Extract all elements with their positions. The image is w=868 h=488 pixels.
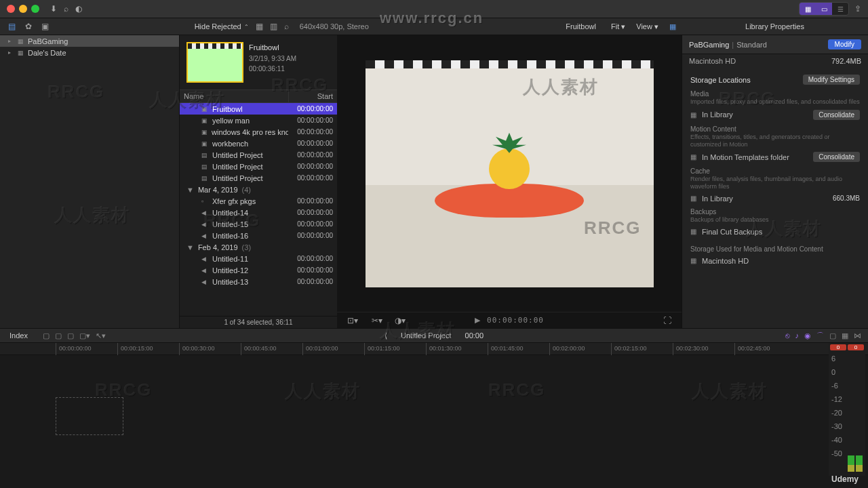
media-location: In Library <box>702 110 733 119</box>
library-icon[interactable]: ▤ <box>8 22 16 31</box>
list-view-icon[interactable]: ▥ <box>270 22 277 31</box>
storage-used-label: Storage Used for Media and Motion Conten… <box>690 245 860 253</box>
motion-label: Motion Content <box>690 125 860 133</box>
disclosure-triangle-icon[interactable]: ▸ <box>8 38 14 44</box>
video-preview <box>366 60 654 287</box>
search-icon[interactable]: ⌕ <box>284 22 289 31</box>
close-window-button[interactable] <box>7 5 15 13</box>
column-start[interactable]: Start <box>288 90 337 102</box>
transitions-browser-icon[interactable]: ⋈ <box>854 331 861 340</box>
arrow-tool-icon[interactable]: ↖▾ <box>96 331 106 340</box>
media-label: Media <box>690 90 860 98</box>
list-item[interactable]: ◀Untitled-1200:00:00:00 <box>180 264 337 276</box>
list-item[interactable]: ▣Fruitbowl00:00:00:00 <box>180 103 337 115</box>
list-item[interactable]: ▤Untitled Project00:00:00:00 <box>180 161 337 172</box>
modify-settings-button[interactable]: Modify Settings <box>803 75 860 85</box>
inspector-tab-icon[interactable]: ▦ <box>664 22 682 31</box>
meter-scale-mark: -12 <box>831 395 845 403</box>
append-icon[interactable]: ▢ <box>67 331 74 340</box>
workspace-segmented[interactable]: ▦ ▭ ☰ <box>799 2 849 16</box>
disclosure-triangle-icon[interactable]: ▸ <box>8 49 14 56</box>
hide-rejected-dropdown[interactable]: Hide Rejected ⌃ <box>195 22 249 30</box>
timeline-ruler[interactable]: 00:00:00:0000:00:15:0000:00:30:0000:00:4… <box>0 343 868 355</box>
crop-icon[interactable]: ✂▾ <box>372 316 382 325</box>
import-icon[interactable]: ⬇ <box>50 4 57 14</box>
index-button[interactable]: Index <box>0 331 37 340</box>
workspace-browser-icon[interactable]: ▦ <box>800 3 816 15</box>
solo-icon[interactable]: ◉ <box>804 331 811 340</box>
library-icon: ▦ <box>18 38 24 45</box>
effects-browser-icon[interactable]: ▦ <box>842 331 848 340</box>
keyword-icon[interactable]: ⌕ <box>64 4 68 14</box>
workspace-inspector-icon[interactable]: ☰ <box>832 3 848 15</box>
viewer-timecode: 00:00:00:00 <box>487 316 544 325</box>
timeline-duration: 00:00 <box>465 331 484 340</box>
motion-desc: Effects, transitions, titles, and genera… <box>690 134 860 148</box>
skimming-icon[interactable]: ⎋ <box>785 331 790 340</box>
clip-title: Fruitbowl <box>249 42 296 54</box>
enhance-icon[interactable]: ◑▾ <box>395 316 406 325</box>
list-item[interactable]: ▤Untitled Project00:00:00:00 <box>180 149 337 161</box>
list-item[interactable]: ◀Untitled-1400:00:00:00 <box>180 207 337 218</box>
sidebar-library-dales-date[interactable]: ▸ ▦ Dale's Date <box>0 47 179 58</box>
zoom-fit-dropdown[interactable]: Fit ▾ <box>606 22 631 31</box>
column-name[interactable]: Name <box>180 90 288 102</box>
play-icon[interactable]: ▶ <box>475 316 480 325</box>
consolidate-button[interactable]: Consolidate <box>813 110 860 120</box>
connect-icon[interactable]: ▢ <box>43 331 50 340</box>
photos-icon[interactable]: ✿ <box>25 22 32 31</box>
list-item[interactable]: ◀Untitled-1500:00:00:00 <box>180 218 337 230</box>
list-item[interactable]: ▣workbench00:00:00:00 <box>180 138 337 149</box>
audio-skimming-icon[interactable]: ♪ <box>795 331 800 340</box>
sidebar-library-pabgaming[interactable]: ▸ ▦ PaBGaming <box>0 35 179 47</box>
share-icon[interactable]: ⇪ <box>854 4 861 14</box>
list-item[interactable]: ▣yellow man00:00:00:00 <box>180 115 337 126</box>
ruler-tick: 00:01:30:00 <box>426 343 462 355</box>
list-item[interactable]: ▫Xfer gfx pkgs00:00:00:00 <box>180 195 337 207</box>
overwrite-icon[interactable]: ▢▾ <box>79 331 90 340</box>
clip-appearance-icon[interactable]: ▦ <box>256 22 263 31</box>
track-area[interactable] <box>0 355 868 450</box>
library-size: 792.4MB <box>831 57 861 65</box>
snapping-icon[interactable]: ⌒ <box>816 331 824 341</box>
browser: Fruitbowl 3/2/19, 9:33 AM 00:00:36:11 Na… <box>180 35 337 328</box>
list-item[interactable]: ◀Untitled-1300:00:00:00 <box>180 276 337 287</box>
cache-size: 660.3MB <box>833 195 860 202</box>
maximize-window-button[interactable] <box>31 5 39 13</box>
ruler-tick: 00:00:00:00 <box>56 343 92 355</box>
library-standard: Standard <box>736 41 767 49</box>
transform-icon[interactable]: ⊡▾ <box>347 316 358 325</box>
timeline-view-icon[interactable]: ▢ <box>829 331 836 340</box>
titles-icon[interactable]: ▣ <box>41 22 49 31</box>
meter-scale-mark: -6 <box>831 382 845 390</box>
fullscreen-icon[interactable]: ⛶ <box>663 316 671 325</box>
clip-list[interactable]: ▣Fruitbowl00:00:00:00▣yellow man00:00:00… <box>180 103 337 316</box>
list-group[interactable]: ▼ Mar 4, 2019 (4) <box>180 184 337 195</box>
timeline[interactable]: 00:00:00:0000:00:15:0000:00:30:0000:00:4… <box>0 343 868 488</box>
minimize-window-button[interactable] <box>19 5 27 13</box>
consolidate-button[interactable]: Consolidate <box>813 152 860 162</box>
list-item[interactable]: ▣windows 4k pro res knock...00:00:00:00 <box>180 126 337 138</box>
timeline-back-icon[interactable]: ⟨ <box>384 331 387 340</box>
clip-thumbnail[interactable] <box>186 42 243 83</box>
list-group[interactable]: ▼ Feb 4, 2019 (3) <box>180 241 337 253</box>
list-item[interactable]: ◀Untitled-1600:00:00:00 <box>180 230 337 241</box>
grid-icon: ▦ <box>690 257 696 264</box>
storage-drive: Macintosh HD <box>702 257 749 265</box>
viewer-canvas[interactable] <box>337 35 682 312</box>
meter-scale-mark: 0 <box>831 368 845 376</box>
inspector-header: PaBGaming | Standard Modify <box>682 35 868 54</box>
grid-icon: ▦ <box>690 195 696 202</box>
list-item[interactable]: ◀Untitled-1100:00:00:00 <box>180 253 337 264</box>
browser-status: 1 of 34 selected, 36:11 <box>180 316 337 328</box>
udemy-logo: Udemy <box>831 474 859 484</box>
background-tasks-icon[interactable]: ◐ <box>75 4 82 14</box>
list-item[interactable]: ▤Untitled Project00:00:00:00 <box>180 172 337 184</box>
ruler-tick: 00:02:45:00 <box>734 343 770 355</box>
workspace-timeline-icon[interactable]: ▭ <box>816 3 832 15</box>
ruler-tick: 00:00:45:00 <box>241 343 277 355</box>
cache-label: Cache <box>690 167 860 175</box>
insert-icon[interactable]: ▢ <box>55 331 62 340</box>
view-dropdown[interactable]: View ▾ <box>631 22 664 31</box>
modify-button[interactable]: Modify <box>828 39 861 49</box>
